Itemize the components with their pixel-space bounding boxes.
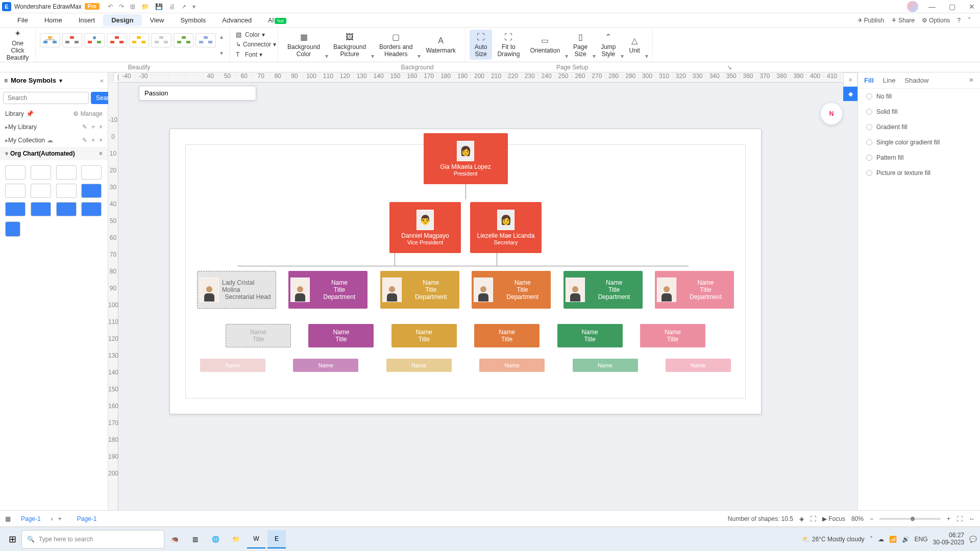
org-dept-card[interactable]: NameTitleDepartment [288,271,368,309]
shape-thumb[interactable] [31,165,51,180]
fullscreen-icon[interactable]: ⛶ [810,515,816,522]
word-icon[interactable]: W [247,530,265,548]
shadow-tab[interactable]: Shadow [904,77,928,84]
watermark-button[interactable]: AWatermark [421,30,460,60]
zoom-slider[interactable] [879,518,941,520]
manage-link[interactable]: ⚙ Manage [73,110,103,117]
expand-icon[interactable]: ▾ [5,150,8,157]
fill-option[interactable]: Picture or texture fill [858,165,980,181]
symbol-search-input[interactable] [3,92,89,104]
my-library-label[interactable]: My Library [8,123,37,131]
page-name[interactable]: Page-1 [77,515,97,522]
page-selector[interactable]: Page-1 [16,514,46,523]
fill-option[interactable]: Solid fill [858,104,980,119]
publish-link[interactable]: ✈ Publish [857,17,884,24]
org-sub-card[interactable]: NameTitle [226,324,291,347]
fit-page-icon[interactable]: ⛶ [957,515,963,522]
clock[interactable]: 06:27 30-09-2023 [933,532,964,545]
redo-icon[interactable]: ↷ [119,3,124,10]
unit-button[interactable]: △Unit [624,30,645,60]
bg-picture-button[interactable]: 🖼Background Picture [328,30,371,60]
color-dropdown[interactable]: ▧Color ▾ [234,30,274,39]
page-setup-expand-icon[interactable]: ↘ [727,64,735,71]
org-dept-card[interactable]: NameTitleDepartment [472,271,551,309]
org-sub-card[interactable]: NameTitle [640,324,705,347]
add-icon[interactable]: + [91,123,95,131]
zoom-out-icon[interactable]: − [870,515,873,522]
theme-thumb[interactable] [84,33,105,47]
org-dept-card[interactable]: NameTitleDepartment [655,271,734,309]
connector-dropdown[interactable]: ↳Connector ▾ [234,40,274,49]
collapse-panel-icon[interactable]: « [100,77,104,84]
drawing-canvas[interactable]: 👩 Gia Mikaela Lopez President 👨 Danniel … [169,129,762,414]
theme-thumb[interactable] [62,33,83,47]
theme-more-icon[interactable]: ▾ [218,49,225,57]
org-card-secretary[interactable]: 👩 Liezelle Mae Licanda Secretary [470,202,542,253]
close-icon[interactable]: × [99,123,103,131]
menu-home[interactable]: Home [36,14,70,26]
onedrive-icon[interactable]: ☁ [878,536,884,543]
save-icon[interactable]: 💾 [155,3,163,10]
collapse-ribbon-icon[interactable]: ˄ [968,17,971,24]
new-icon[interactable]: ⊞ [130,3,135,10]
shape-thumb[interactable] [56,184,77,198]
auto-size-button[interactable]: ⛶Auto Size [470,30,493,60]
edrawmax-icon[interactable]: E [267,530,286,548]
fill-option[interactable]: Pattern fill [858,150,980,165]
tray-expand-icon[interactable]: ˄ [870,536,873,543]
notifications-icon[interactable]: 💬 [969,536,977,543]
org-dept-card[interactable]: NameTitleDepartment [380,271,459,309]
menu-advanced[interactable]: Advanced [214,14,260,26]
line-tab[interactable]: Line [883,77,896,84]
menu-design[interactable]: Design [103,14,141,26]
user-avatar[interactable] [907,1,918,12]
theme-thumb[interactable] [151,33,172,47]
help-icon[interactable]: ? [957,17,961,24]
pin-icon[interactable]: 📌 [26,110,34,117]
one-click-beautify-button[interactable]: ✦ One Click Beautify [2,28,34,62]
theme-thumb[interactable] [40,33,60,47]
org-card-president[interactable]: 👩 Gia Mikaela Lopez President [424,133,508,184]
org-name-card[interactable]: Name [293,359,358,372]
add-page-icon[interactable]: + [58,515,62,522]
text-edit-box[interactable]: Passion [139,86,256,101]
page-size-button[interactable]: ▯Page Size [568,30,593,60]
explorer-icon[interactable]: 📁 [227,530,245,548]
minimize-button[interactable]: — [925,3,939,11]
close-category-icon[interactable]: × [99,150,103,157]
theme-thumb[interactable] [195,33,216,47]
shape-thumb[interactable] [81,202,102,216]
org-name-card[interactable]: Name [479,359,545,372]
weather-widget[interactable]: ⛅ 26°C Mostly cloudy [802,536,864,543]
shape-thumb[interactable] [31,184,51,198]
org-dept-card[interactable]: NameTitleDepartment [564,271,643,309]
org-dept-card[interactable]: Lady Cristal MolinaSecretariat Head [197,271,276,309]
news-icon[interactable]: 🦔 [165,530,184,548]
add-icon[interactable]: + [91,137,95,144]
menu-ai[interactable]: AIhot [260,14,295,26]
shape-thumb[interactable] [5,202,26,216]
org-sub-card[interactable]: NameTitle [474,324,540,347]
undo-icon[interactable]: ↶ [108,3,113,10]
orientation-button[interactable]: ▭Orientation [525,30,565,60]
zoom-in-icon[interactable]: + [947,515,950,522]
shape-thumb[interactable] [56,202,77,216]
fill-option[interactable]: No fill [858,89,980,104]
borders-button[interactable]: ▢Borders and Headers [374,30,418,60]
org-sub-card[interactable]: NameTitle [308,324,374,347]
shape-thumb[interactable] [81,165,102,180]
org-sub-card[interactable]: NameTitle [391,324,457,347]
layers-icon[interactable]: ◈ [799,515,804,522]
expand-panel-icon[interactable]: » [843,72,857,87]
taskbar-search[interactable]: 🔍 Type here to search [21,530,164,548]
export-icon[interactable]: ↗ [181,3,186,10]
close-panel-icon[interactable]: ✕ [969,77,974,84]
edge-icon[interactable]: 🌐 [206,530,225,548]
close-icon[interactable]: × [99,137,103,144]
bg-color-button[interactable]: ▦Background Color [282,30,325,60]
close-button[interactable]: ✕ [966,3,978,11]
ai-assistant-icon[interactable]: N [821,103,842,124]
menu-view[interactable]: View [142,14,173,26]
fill-tab[interactable]: Fill [864,77,874,84]
fill-option[interactable]: Gradient fill [858,119,980,135]
